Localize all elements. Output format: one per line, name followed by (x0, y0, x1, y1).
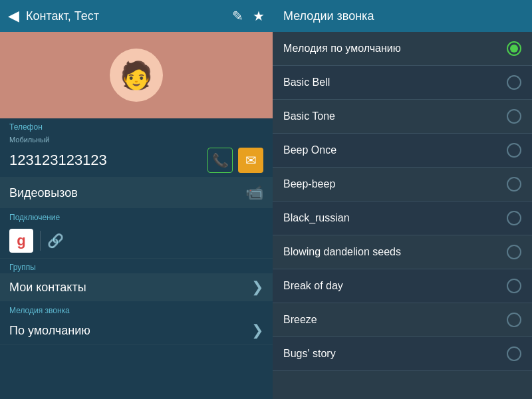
connection-section-label: Подключение (0, 209, 273, 223)
edit-icon[interactable]: ✎ (232, 8, 243, 24)
ringtone-list: Мелодия по умолчаниюBasic BellBasic Tone… (273, 32, 532, 399)
radio-button[interactable] (507, 41, 521, 56)
ringtone-item-label: Break of day (283, 280, 507, 292)
ringtone-panel-header: Мелодии звонка (273, 0, 532, 32)
radio-button[interactable] (507, 245, 521, 259)
list-item[interactable]: Break of day (273, 269, 532, 303)
phone-row: 123123123123 📞 ✉ (0, 144, 273, 178)
ringtone-item-label: Basic Bell (283, 76, 507, 88)
ringtone-item-label: Blowing dandelion seeds (283, 246, 507, 258)
radio-inner (510, 45, 518, 53)
radio-button[interactable] (507, 109, 521, 124)
list-item[interactable]: Basic Bell (273, 66, 532, 100)
phone-number: 123123123123 (9, 152, 207, 169)
list-item[interactable]: Bugs' story (273, 337, 532, 371)
ringtone-item-label: Мелодия по умолчанию (283, 43, 507, 55)
radio-button[interactable] (507, 177, 521, 192)
list-item[interactable]: Black_russian (273, 201, 532, 235)
list-item[interactable]: Мелодия по умолчанию (273, 32, 532, 66)
google-icon: g (9, 229, 33, 253)
contact-header: ◀ Контакт, Тест ✎ ★ (0, 0, 273, 32)
video-call-label: Видеовызов (9, 186, 245, 200)
groups-row[interactable]: Мои контакты ❯ (0, 273, 273, 302)
connection-row: g 🔗 (0, 223, 273, 259)
message-button[interactable]: ✉ (238, 148, 263, 173)
ringtone-item-label: Breeze (283, 314, 507, 326)
ringtone-chevron-icon: ❯ (251, 322, 263, 339)
list-item[interactable]: Breeze (273, 303, 532, 337)
avatar: 🧑 (110, 49, 163, 102)
call-button[interactable]: 📞 (207, 148, 233, 173)
star-icon[interactable]: ★ (253, 8, 265, 24)
action-icons: 📞 ✉ (207, 148, 263, 173)
default-ringtone-label: По умолчанию (9, 324, 251, 338)
radio-button[interactable] (507, 313, 521, 327)
left-panel: ◀ Контакт, Тест ✎ ★ 🧑 Телефон Мобильный … (0, 0, 273, 399)
right-panel: Мелодии звонка Мелодия по умолчаниюBasic… (273, 0, 532, 399)
ringtone-item-label: Beep-beep (283, 178, 507, 190)
list-item[interactable]: Basic Tone (273, 100, 532, 134)
header-icons: ✎ ★ (232, 8, 265, 24)
list-item[interactable]: Beep-beep (273, 168, 532, 201)
video-call-row[interactable]: Видеовызов 📹 (0, 178, 273, 209)
ringtone-item-label: Beep Once (283, 144, 507, 156)
phone-section-label: Телефон (0, 118, 273, 133)
ringtone-section-label: Мелодия звонка (0, 302, 273, 317)
radio-button[interactable] (507, 211, 521, 225)
groups-chevron-icon: ❯ (251, 279, 263, 296)
mobile-label: Мобильный (0, 133, 273, 144)
ringtone-row[interactable]: По умолчанию ❯ (0, 317, 273, 345)
avatar-section: 🧑 (0, 32, 273, 118)
divider (40, 231, 41, 251)
back-button[interactable]: ◀ (8, 7, 19, 25)
link-icon[interactable]: 🔗 (47, 233, 64, 249)
ringtone-item-label: Black_russian (283, 212, 507, 224)
ringtone-panel-title: Мелодии звонка (283, 9, 374, 23)
my-contacts-label: Мои контакты (9, 281, 251, 295)
video-call-icon: 📹 (245, 184, 263, 201)
radio-button[interactable] (507, 75, 521, 90)
list-item[interactable]: Beep Once (273, 134, 532, 168)
radio-button[interactable] (507, 346, 521, 361)
ringtone-item-label: Bugs' story (283, 348, 507, 360)
contact-name: Контакт, Тест (26, 9, 225, 23)
groups-section-label: Группы (0, 259, 273, 273)
ringtone-item-label: Basic Tone (283, 110, 507, 122)
radio-button[interactable] (507, 143, 521, 158)
list-item[interactable]: Blowing dandelion seeds (273, 235, 532, 269)
radio-button[interactable] (507, 279, 521, 293)
